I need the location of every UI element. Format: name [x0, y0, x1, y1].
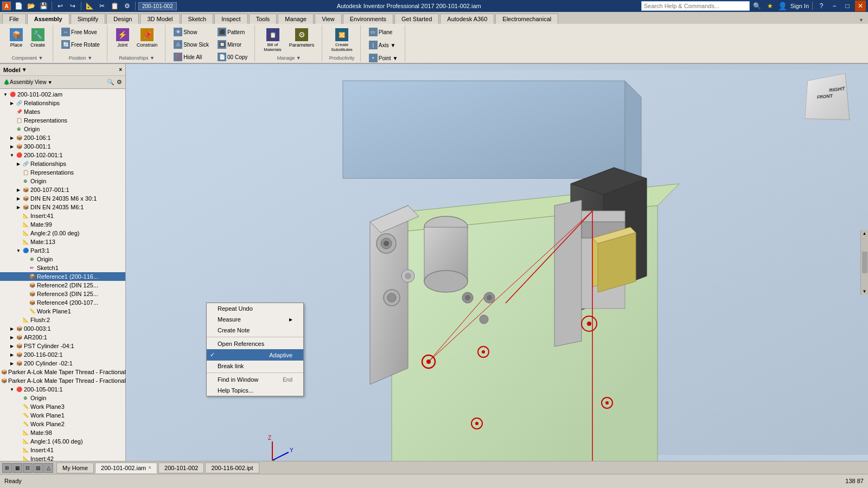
sidebar-tree[interactable]: ▼🔴200-101-002.iam▶🔗Relationships📌Mates📋R… [0, 89, 125, 461]
tree-item-ref2[interactable]: 📦Reference2 (DIN 125... [0, 281, 125, 290]
tree-arrow-000-003:1[interactable]: ▶ [9, 326, 15, 331]
tab-200-116-002-ipt[interactable]: 200-116-002.ipt [205, 463, 259, 473]
viewport[interactable]: Y X Z FRONT RIGHT ▲ ▼ Repeat Undo Measur… [126, 64, 868, 461]
help-search[interactable] [641, 1, 750, 11]
create-subs-btn[interactable]: 🔀 CreateSubstitutes [328, 26, 356, 54]
view-dropdown-arrow[interactable]: ▼ [48, 80, 53, 85]
tree-arrow-AR200:1[interactable]: ▶ [9, 335, 15, 340]
ctx-create-note[interactable]: Create Note [207, 325, 303, 336]
tree-arrow-relationships2[interactable]: ▶ [15, 162, 22, 166]
ctx-adaptive[interactable]: Adaptive [207, 349, 303, 361]
qat-copy[interactable]: 📋 [109, 1, 120, 11]
tree-arrow-pst-cylinder:1[interactable]: ▶ [9, 344, 15, 349]
tree-item-origin2[interactable]: ⊕Origin [0, 177, 125, 185]
tree-arrow-200-106:1[interactable]: ▶ [9, 136, 15, 140]
qat-save[interactable]: 💾 [38, 1, 49, 11]
tree-item-relationships2[interactable]: ▶🔗Relationships [0, 159, 125, 168]
qat-settings[interactable]: ⚙ [122, 1, 132, 11]
help-btn[interactable]: ? [816, 1, 827, 11]
joint-btn[interactable]: ⚡ Joint [113, 26, 132, 50]
tree-item-ref4[interactable]: 📦Reference4 (200-107... [0, 298, 125, 307]
tab-close-1[interactable]: × [148, 465, 151, 471]
tab-200-101-002-iam[interactable]: 200-101-002.iam × [95, 463, 157, 473]
tab-my-home[interactable]: My Home [56, 463, 94, 473]
axis-btn[interactable]: | Axis ▼ [366, 39, 400, 51]
tree-item-representations[interactable]: 📋Representations [0, 116, 125, 125]
tree-item-parker-male-frac2[interactable]: 📦Parker A-Lok Male Taper Thread - Fracti… [0, 376, 125, 385]
search-btn[interactable]: 🔍 [752, 1, 763, 11]
favorites-btn[interactable]: ★ [765, 1, 776, 11]
qat-new[interactable]: 📄 [13, 1, 24, 11]
tree-item-insert:42[interactable]: 📐Insert:42 [0, 454, 125, 461]
plane-btn[interactable]: ▭ Plane [366, 26, 400, 38]
tree-item-ref3[interactable]: 📦Reference3 (DIN 125... [0, 290, 125, 298]
tab-getstarted[interactable]: Get Started [394, 14, 439, 24]
minimize-btn[interactable]: − [829, 1, 840, 11]
tree-item-000-003:1[interactable]: ▶📦000-003:1 [0, 324, 125, 333]
qat-open[interactable]: 📂 [25, 1, 36, 11]
panel-close[interactable]: × [119, 67, 122, 73]
tree-item-300-001:1[interactable]: ▶📦300-001:1 [0, 142, 125, 151]
view-dropdown[interactable]: Assembly View [10, 79, 47, 85]
tree-item-workplane2[interactable]: 📏Work Plane2 [0, 420, 125, 428]
viewport-scrollbar-right[interactable]: ▲ ▼ [860, 230, 868, 295]
tree-item-din-en-24035M6:1[interactable]: ▶📦DIN EN 24035 M6:1 [0, 203, 125, 211]
tree-item-origin4[interactable]: ⊕Origin [0, 394, 125, 402]
tab-electromech[interactable]: Electromechanical [495, 14, 558, 24]
create-btn[interactable]: 🔧 Create [27, 26, 48, 50]
tree-item-mates[interactable]: 📌Mates [0, 107, 125, 116]
model-dropdown[interactable]: Model [3, 67, 21, 73]
pattern-btn[interactable]: ⬛ Pattern [215, 26, 250, 38]
tree-item-din-en-240M6x30:1[interactable]: ▶📦DIN EN 24035 M6 x 30:1 [0, 194, 125, 203]
tree-item-ref1[interactable]: 📦Reference1 (200-116... [0, 272, 125, 281]
tree-item-origin3[interactable]: ⊕Origin [0, 255, 125, 264]
tree-arrow-root[interactable]: ▼ [2, 92, 9, 97]
tree-item-workplane3[interactable]: 📏Work Plane3 [0, 402, 125, 411]
scroll-down[interactable]: ▼ [863, 289, 867, 294]
tree-arrow-200-102-001:1[interactable]: ▼ [9, 153, 15, 158]
show-sick-btn[interactable]: ⚠ Show Sick [171, 38, 212, 50]
tab-200-101-002[interactable]: 200-101-002 [158, 463, 204, 473]
tree-arrow-din-en-24035M6:1[interactable]: ▶ [15, 205, 22, 210]
tab-icon1[interactable]: ⊞ [2, 463, 12, 473]
tree-arrow-200-116-002:1[interactable]: ▶ [9, 352, 15, 357]
ctx-open-references[interactable]: Open References [207, 338, 303, 349]
mirror-btn[interactable]: 🔲 Mirror [215, 38, 250, 50]
tree-arrow-200-105-001:1[interactable]: ▼ [9, 387, 15, 392]
sign-in-label[interactable]: Sign In [790, 3, 809, 9]
tree-item-200-105-001:1[interactable]: ▼🔴200-105-001:1 [0, 385, 125, 394]
tree-item-mate:98[interactable]: 📐Mate:98 [0, 428, 125, 437]
free-move-btn[interactable]: ↔ Free Move [59, 26, 103, 38]
bom-btn[interactable]: 📋 Bill ofMaterials [260, 26, 284, 54]
tree-arrow-part3:1[interactable]: ▼ [15, 248, 22, 253]
tree-item-root[interactable]: ▼🔴200-101-002.iam [0, 90, 125, 99]
tree-item-workplane1b[interactable]: 📏Work Plane1 [0, 411, 125, 420]
filter-btn[interactable]: 🔍 [107, 79, 114, 86]
scroll-up[interactable]: ▲ [863, 231, 867, 236]
tab-icon2[interactable]: ▦ [12, 463, 22, 473]
tree-item-pst-cylinder:1[interactable]: ▶📦PST Cylinder -04:1 [0, 342, 125, 350]
tree-item-angle:2[interactable]: 📐Angle:2 (0.00 deg) [0, 229, 125, 237]
tree-item-parker-male-frac[interactable]: 📦Parker A-Lok Male Taper Thread - Fracti… [0, 368, 125, 376]
ribbon-dropdown[interactable]: ▼ [857, 16, 866, 24]
settings-btn[interactable]: ⚙ [117, 79, 122, 86]
hide-all-btn[interactable]: 🚫 Hide All [171, 51, 212, 63]
tree-item-part3:1[interactable]: ▼🔵Part3:1 [0, 246, 125, 255]
tab-3dmodel[interactable]: 3D Model [140, 14, 180, 24]
tab-a360[interactable]: Autodesk A360 [440, 14, 494, 24]
maximize-btn[interactable]: □ [842, 1, 853, 11]
tree-arrow-200-107-001:1[interactable]: ▶ [15, 188, 22, 192]
nav-cube[interactable]: FRONT RIGHT [803, 75, 852, 124]
tree-item-sketch1[interactable]: ✏Sketch1 [0, 264, 125, 272]
point-btn[interactable]: • Point ▼ [366, 52, 400, 64]
tree-arrow-200-cylinder-02:1[interactable]: ▶ [9, 361, 15, 366]
tree-item-insert:41[interactable]: 📐Insert:41 [0, 211, 125, 220]
tree-item-200-cylinder-02:1[interactable]: ▶📦200 Cylinder -02:1 [0, 359, 125, 368]
show-btn[interactable]: 👁 Show [171, 26, 212, 38]
qat-redo[interactable]: ↪ [67, 1, 78, 11]
tab-icon4[interactable]: ▤ [33, 463, 43, 473]
tree-arrow-din-en-240M6x30:1[interactable]: ▶ [15, 196, 22, 201]
tab-sketch[interactable]: Sketch [181, 14, 214, 24]
tree-item-AR200:1[interactable]: ▶📦AR200:1 [0, 333, 125, 342]
params-btn[interactable]: ⚙ Parameters [286, 26, 318, 50]
